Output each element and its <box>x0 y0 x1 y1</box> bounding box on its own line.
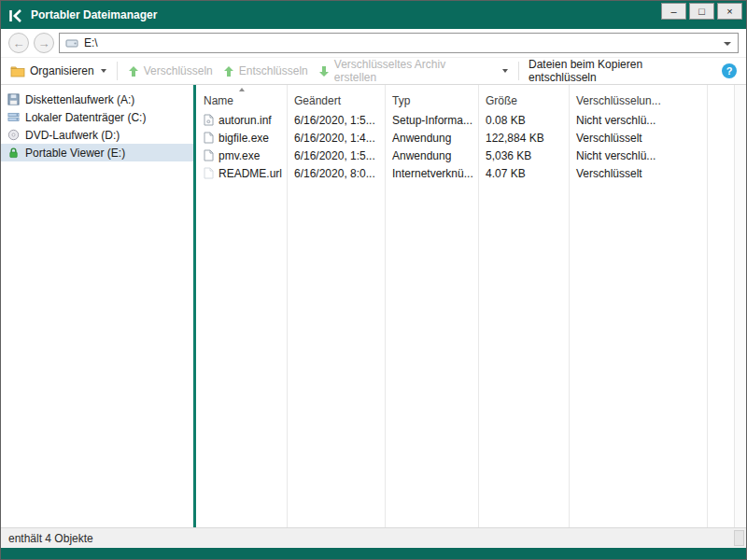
sidebar-item-label: Diskettenlaufwerk (A:) <box>25 93 134 106</box>
file-encryption: Nicht verschlü... <box>569 114 707 127</box>
object-count-text: enthält 4 Objekte <box>8 532 93 545</box>
file-size: 122,884 KB <box>478 132 569 145</box>
portable-file-manager-window: Portabler Dateimanager – □ × ← → E:\ <box>0 0 747 560</box>
window-title: Portabler Dateimanager <box>31 8 157 21</box>
sidebar-item-drive-a[interactable]: Diskettenlaufwerk (A:) <box>1 91 193 108</box>
organize-label: Organisieren <box>30 64 94 77</box>
setup-file-icon <box>204 114 214 126</box>
folder-icon <box>10 65 25 77</box>
file-modified: 6/16/2020, 8:0... <box>287 167 385 180</box>
file-encryption: Nicht verschlü... <box>569 149 707 162</box>
file-name: pmv.exe <box>218 149 260 162</box>
maximize-button[interactable]: □ <box>689 3 714 20</box>
sidebar-item-label: Lokaler Datenträger (C:) <box>25 111 146 124</box>
archive-arrow-icon <box>318 65 330 77</box>
file-encryption: Verschlüsselt <box>569 167 707 180</box>
toolbar-right-group: Dateien beim Kopieren entschlüsseln ? <box>518 58 737 84</box>
file-list-pane: Name Geändert Typ Größe Verschlüsselun..… <box>196 85 746 527</box>
toolbar: Organisieren Verschlüsseln Entschlüsseln <box>1 57 746 85</box>
file-type: Anwendung <box>385 149 478 162</box>
bottom-brand-strip <box>1 548 746 559</box>
forward-button[interactable]: → <box>34 33 54 53</box>
decrypt-button[interactable]: Entschlüsseln <box>223 64 308 77</box>
help-icon[interactable]: ? <box>722 63 737 78</box>
file-icon <box>204 132 214 144</box>
file-encryption: Verschlüsselt <box>569 132 707 145</box>
chevron-down-icon <box>502 69 508 73</box>
encrypt-label: Verschlüsseln <box>144 64 213 77</box>
address-dropdown-icon[interactable] <box>724 42 731 46</box>
floppy-icon <box>7 93 20 105</box>
file-icon <box>204 149 214 161</box>
address-row: ← → E:\ <box>1 29 746 57</box>
sidebar-item-drive-d[interactable]: DVD-Laufwerk (D:) <box>1 126 193 144</box>
file-size: 5,036 KB <box>478 149 569 162</box>
encrypt-button[interactable]: Verschlüsseln <box>128 64 213 77</box>
chevron-down-icon <box>101 69 106 73</box>
sort-ascending-icon <box>239 88 245 91</box>
column-header-name[interactable]: Name <box>196 85 287 111</box>
close-button[interactable]: × <box>717 3 742 20</box>
file-rows: autorun.inf 6/16/2020, 1:5... Setup-Info… <box>196 111 734 182</box>
file-type: Internetverknü... <box>385 167 478 180</box>
address-path: E:\ <box>84 36 98 49</box>
decrypt-arrow-icon <box>223 65 234 77</box>
file-row-autorun[interactable]: autorun.inf 6/16/2020, 1:5... Setup-Info… <box>196 111 734 129</box>
file-row-pmv[interactable]: pmv.exe 6/16/2020, 1:5... Anwendung 5,03… <box>196 147 734 164</box>
file-modified: 6/16/2020, 1:4... <box>287 132 385 145</box>
dvd-icon <box>7 129 20 141</box>
back-button[interactable]: ← <box>8 33 29 53</box>
file-list-header: Name Geändert Typ Größe Verschlüsselun..… <box>196 85 734 111</box>
file-name: README.url <box>218 167 282 180</box>
archive-options-dropdown[interactable] <box>500 69 508 73</box>
column-header-type[interactable]: Typ <box>385 85 478 111</box>
address-bar[interactable]: E:\ <box>59 33 739 53</box>
main-area: Diskettenlaufwerk (A:) Lokaler Datenträg… <box>1 85 746 527</box>
drives-sidebar: Diskettenlaufwerk (A:) Lokaler Datenträg… <box>1 85 193 527</box>
url-file-icon <box>204 167 214 179</box>
create-archive-label: Verschlüsseltes Archiv erstellen <box>334 58 490 84</box>
vertical-scrollbar[interactable] <box>734 85 746 527</box>
sidebar-item-label: DVD-Laufwerk (D:) <box>25 129 120 142</box>
file-row-bigfile[interactable]: bigfile.exe 6/16/2020, 1:4... Anwendung … <box>196 129 734 147</box>
column-header-modified[interactable]: Geändert <box>287 85 385 111</box>
sidebar-item-label: Portable Viewer (E:) <box>25 147 125 160</box>
file-modified: 6/16/2020, 1:5... <box>287 114 385 127</box>
file-type: Anwendung <box>385 132 478 145</box>
titlebar[interactable]: Portabler Dateimanager <box>1 1 746 29</box>
sidebar-item-drive-e[interactable]: Portable Viewer (E:) <box>1 144 193 161</box>
window-controls: – □ × <box>661 3 742 20</box>
toolbar-separator <box>117 62 118 80</box>
column-header-encryption[interactable]: Verschlüsselun... <box>569 85 707 111</box>
resize-grip[interactable] <box>734 530 744 546</box>
file-type: Setup-Informa... <box>385 114 478 127</box>
kaspersky-logo-icon <box>8 8 23 23</box>
organize-button[interactable]: Organisieren <box>10 64 106 77</box>
status-bar: enthält 4 Objekte <box>1 527 746 548</box>
copy-decrypt-label: Dateien beim Kopieren entschlüsseln <box>529 58 712 84</box>
file-row-readme[interactable]: README.url 6/16/2020, 8:0... Internetver… <box>196 164 734 182</box>
decrypt-label: Entschlüsseln <box>239 64 308 77</box>
column-header-size[interactable]: Größe <box>478 85 569 111</box>
toolbar-separator <box>518 62 519 80</box>
file-size: 4.07 KB <box>478 167 569 180</box>
file-name: bigfile.exe <box>218 132 269 145</box>
sidebar-item-drive-c[interactable]: Lokaler Datenträger (C:) <box>1 108 193 126</box>
file-modified: 6/16/2020, 1:5... <box>287 149 385 162</box>
file-name: autorun.inf <box>218 114 272 127</box>
drive-icon <box>65 37 78 49</box>
minimize-button[interactable]: – <box>661 3 686 20</box>
encrypt-arrow-icon <box>128 65 139 77</box>
hard-drive-icon <box>7 111 20 123</box>
lock-icon <box>7 147 20 159</box>
create-encrypted-archive-button[interactable]: Verschlüsseltes Archiv erstellen <box>318 58 490 84</box>
file-size: 0.08 KB <box>478 114 569 127</box>
